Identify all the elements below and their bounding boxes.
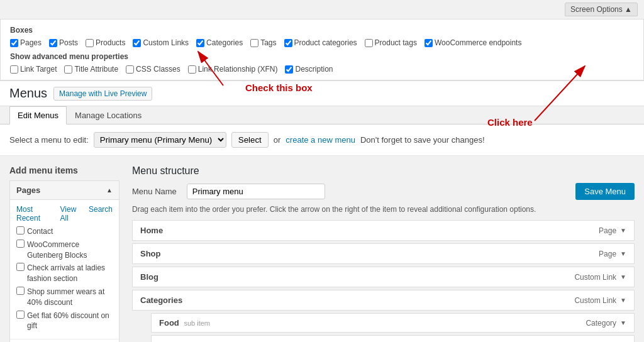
or-text: or: [274, 135, 281, 145]
food-label-container: Food sub item: [159, 318, 210, 328]
tab-edit-menus[interactable]: Edit Menus: [9, 106, 67, 124]
checkbox-title-attribute[interactable]: Title Attribute: [64, 65, 118, 74]
checkbox-description[interactable]: Description: [285, 65, 333, 74]
create-new-menu-link[interactable]: create a new menu: [286, 135, 355, 145]
checkbox-link-target[interactable]: Link Target: [10, 65, 57, 74]
select-menu-label: Select a menu to edit:: [9, 135, 89, 145]
top-section: Screen Options ▲ Boxes Pages Posts Produ…: [0, 0, 644, 81]
menu-structure-title: Menu structure: [132, 165, 635, 177]
menu-item-shop: Shop Page ▼: [132, 243, 635, 264]
check-arrivals-checkbox[interactable]: [16, 263, 25, 271]
menu-item-categories: Categories Custom Link ▼: [132, 290, 635, 311]
food-sub-tag: sub item: [184, 319, 210, 327]
checkbox-product-categories[interactable]: Product categories: [284, 38, 357, 47]
most-recent-link[interactable]: Most Recent: [16, 205, 57, 223]
main-content: Add menu items Pages ▲ Most Recent View …: [0, 156, 644, 342]
select-menu-row: Select a menu to edit: Primary menu (Pri…: [0, 124, 644, 156]
menu-select[interactable]: Primary menu (Primary Menu): [94, 132, 226, 148]
categories-type: Custom Link: [574, 296, 616, 305]
pages-accordion-title: Pages: [16, 185, 40, 195]
screen-options-button[interactable]: Screen Options ▲: [565, 3, 638, 16]
boxes-row: Pages Posts Products Custom Links Catego…: [10, 38, 634, 47]
woocommerce-gutenberg-label: WooCommerce Gutenberg Blocks: [27, 240, 113, 261]
menu-name-row: Menu Name Save Menu: [132, 183, 635, 200]
blog-right: Custom Link ▼: [574, 273, 626, 282]
drag-hint: Drag each item into the order you prefer…: [132, 205, 635, 214]
food-type: Category: [586, 319, 616, 328]
menu-item-health: Health sub item Category ▼: [151, 335, 635, 342]
view-all-link[interactable]: View All: [60, 205, 85, 223]
categories-arrow-icon[interactable]: ▼: [620, 297, 626, 304]
food-arrow-icon[interactable]: ▼: [620, 319, 626, 326]
blog-arrow-icon[interactable]: ▼: [620, 273, 626, 280]
list-item: Check arrivals at ladies fashion section: [16, 263, 113, 284]
save-menu-button[interactable]: Save Menu: [575, 183, 635, 200]
checkbox-custom-links[interactable]: Custom Links: [133, 38, 189, 47]
checkbox-posts[interactable]: Posts: [49, 38, 78, 47]
menu-item-blog: Blog Custom Link ▼: [132, 267, 635, 287]
list-item: Contact: [16, 226, 113, 237]
checkbox-product-tags[interactable]: Product tags: [365, 38, 417, 47]
blog-label: Blog: [140, 272, 158, 282]
list-item: Shop summer wears at 40% discount: [16, 287, 113, 308]
checkbox-link-relationship[interactable]: Link Relationship (XFN): [188, 65, 278, 74]
live-preview-button[interactable]: Manage with Live Preview: [53, 87, 152, 101]
menu-name-label: Menu Name: [132, 187, 177, 196]
tabs-row: Edit Menus Manage Locations: [0, 106, 644, 124]
page-header: Menus Manage with Live Preview: [0, 81, 644, 106]
pages-sub-links: Most Recent View All Search: [16, 205, 113, 223]
home-right: Page ▼: [599, 226, 626, 235]
contact-checkbox[interactable]: [16, 226, 25, 234]
check-arrivals-label: Check arrivals at ladies fashion section: [27, 263, 113, 284]
food-label: Food: [159, 318, 179, 328]
home-type: Page: [599, 226, 616, 235]
list-item: Get flat 60% discount on gift: [16, 311, 113, 332]
pages-accordion: Pages ▲ Most Recent View All Search Cont…: [9, 180, 119, 342]
checkbox-categories[interactable]: Categories: [196, 38, 243, 47]
pages-chevron-up-icon: ▲: [106, 187, 113, 194]
shop-label: Shop: [140, 249, 161, 258]
dont-forget-text: Don't forget to save your changes!: [360, 135, 485, 145]
checkbox-woocommerce-endpoints[interactable]: WooCommerce endpoints: [425, 38, 522, 47]
select-button[interactable]: Select: [231, 132, 269, 148]
checkbox-products[interactable]: Products: [86, 38, 125, 47]
list-item: WooCommerce Gutenberg Blocks: [16, 240, 113, 261]
home-label: Home: [140, 226, 163, 235]
shop-summer-checkbox[interactable]: [16, 287, 25, 295]
left-panel: Add menu items Pages ▲ Most Recent View …: [9, 165, 119, 342]
shop-arrow-icon[interactable]: ▼: [620, 250, 626, 257]
contact-label: Contact: [27, 226, 53, 237]
home-arrow-icon[interactable]: ▼: [620, 227, 626, 234]
food-right: Category ▼: [586, 319, 626, 328]
menu-item-food: Food sub item Category ▼: [151, 313, 635, 333]
boxes-title: Boxes: [10, 26, 634, 35]
categories-right: Custom Link ▼: [574, 296, 626, 305]
pages-accordion-header[interactable]: Pages ▲: [10, 181, 119, 200]
tab-manage-locations[interactable]: Manage Locations: [67, 106, 150, 124]
search-link[interactable]: Search: [89, 205, 113, 223]
shop-summer-label: Shop summer wears at 40% discount: [27, 287, 113, 308]
checkbox-pages[interactable]: Pages: [10, 38, 42, 47]
right-panel: Menu structure Menu Name Save Menu Drag …: [132, 165, 635, 342]
page-title: Menus: [9, 86, 47, 101]
advanced-title: Show advanced menu properties: [10, 52, 634, 61]
menu-item-home: Home Page ▼: [132, 220, 635, 241]
checkbox-tags[interactable]: Tags: [250, 38, 276, 47]
flat-60-checkbox[interactable]: [16, 311, 25, 319]
shop-right: Page ▼: [599, 250, 626, 258]
flat-60-label: Get flat 60% discount on gift: [27, 311, 113, 332]
checkbox-css-classes[interactable]: CSS Classes: [126, 65, 180, 74]
blog-type: Custom Link: [574, 273, 616, 282]
add-menu-items-title: Add menu items: [9, 165, 119, 175]
pages-accordion-content: Most Recent View All Search Contact WooC…: [10, 200, 119, 339]
screen-options-bar: Screen Options ▲: [0, 0, 644, 19]
woocommerce-gutenberg-checkbox[interactable]: [16, 240, 25, 248]
categories-menu-label: Categories: [140, 295, 182, 305]
shop-type: Page: [599, 250, 616, 258]
advanced-props-row: Link Target Title Attribute CSS Classes …: [10, 65, 634, 74]
menu-name-input[interactable]: [187, 184, 325, 199]
pages-accordion-footer: Select All Add to Menu: [10, 339, 119, 342]
options-panel: Boxes Pages Posts Products Custom Links …: [0, 19, 644, 80]
